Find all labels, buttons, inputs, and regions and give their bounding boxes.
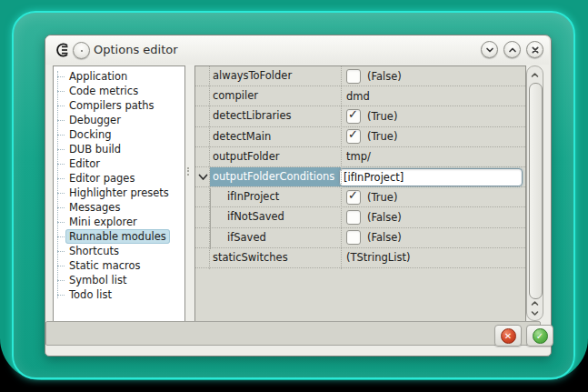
value-editbox[interactable]: [ifInProject] bbox=[339, 168, 523, 186]
grid-column-separator bbox=[341, 66, 342, 269]
cancel-button[interactable]: ✕ bbox=[494, 325, 522, 347]
value-label: (TStringList) bbox=[346, 251, 410, 264]
sidebar-item-label: Symbol list bbox=[65, 273, 130, 287]
chevron-up-icon bbox=[508, 45, 517, 55]
sidebar-item-debugger[interactable]: Debugger bbox=[54, 113, 184, 127]
sidebar-item-code-metrics[interactable]: Code metrics bbox=[54, 84, 184, 98]
options-editor-window: Options editor ApplicationCode metricsCo… bbox=[45, 35, 552, 357]
close-button[interactable] bbox=[526, 41, 543, 58]
sidebar-item-docking[interactable]: Docking bbox=[54, 127, 184, 142]
sidebar-item-label: Debugger bbox=[65, 113, 125, 127]
sidebar-item-label: DUB build bbox=[65, 142, 125, 156]
grid-scrollbar[interactable] bbox=[526, 65, 543, 321]
value-label: dmd bbox=[346, 90, 370, 103]
sidebar-item-label: Code metrics bbox=[65, 84, 142, 98]
table-row[interactable]: ifInProject (True) bbox=[195, 187, 525, 207]
child-group-line bbox=[210, 188, 211, 249]
checkbox[interactable] bbox=[346, 210, 361, 225]
table-row[interactable]: alwaysToFolder (False) bbox=[195, 66, 525, 86]
sidebar-item-todo-list[interactable]: Todo list bbox=[54, 287, 184, 302]
sidebar-item-messages[interactable]: Messages bbox=[54, 200, 184, 215]
sidebar-item-label: Runnable modules bbox=[65, 229, 170, 244]
sidebar-item-application[interactable]: Application bbox=[54, 69, 184, 84]
sidebar-item-compilers-paths[interactable]: Compilers paths bbox=[54, 98, 184, 113]
property-value[interactable]: (False) bbox=[341, 207, 525, 226]
sidebar-item-static-macros[interactable]: Static macros bbox=[54, 258, 184, 273]
property-grid: alwaysToFolder (False) compiler dmd dete… bbox=[194, 65, 526, 323]
table-row[interactable]: staticSwitches (TStringList) bbox=[195, 248, 525, 268]
checkbox[interactable] bbox=[346, 69, 361, 84]
titlebar[interactable]: Options editor bbox=[45, 35, 549, 65]
accept-button[interactable]: ✓ bbox=[526, 325, 553, 347]
property-name[interactable]: compiler bbox=[210, 86, 341, 106]
property-name[interactable]: outputFolderConditions bbox=[210, 167, 341, 186]
property-name[interactable]: ifSaved bbox=[210, 228, 341, 247]
panel-splitter[interactable] bbox=[184, 65, 194, 321]
value-label: (False) bbox=[367, 70, 402, 83]
property-value[interactable]: [ifInProject] bbox=[341, 167, 525, 186]
menu-dot-icon bbox=[81, 50, 83, 52]
table-row[interactable]: ifSaved (False) bbox=[195, 228, 525, 248]
sidebar-list: ApplicationCode metricsCompilers pathsDe… bbox=[54, 69, 184, 302]
sidebar-item-label: Shortcuts bbox=[65, 244, 123, 258]
sidebar-item-label: Mini explorer bbox=[65, 215, 141, 229]
property-name[interactable]: detectLibraries bbox=[210, 106, 341, 126]
checkbox[interactable] bbox=[346, 190, 361, 205]
property-name[interactable]: alwaysToFolder bbox=[210, 66, 341, 85]
sidebar-item-label: Static macros bbox=[65, 258, 145, 273]
table-row[interactable]: detectLibraries (True) bbox=[195, 106, 525, 126]
sidebar-item-editor-pages[interactable]: Editor pages bbox=[54, 171, 184, 186]
sidebar-item-editor[interactable]: Editor bbox=[54, 156, 184, 171]
scrollbar-thumb[interactable] bbox=[529, 83, 543, 299]
property-name[interactable]: staticSwitches bbox=[210, 248, 341, 267]
property-name[interactable]: ifNotSaved bbox=[210, 207, 341, 226]
property-name[interactable]: ifInProject bbox=[210, 187, 341, 206]
app-logo-icon bbox=[55, 42, 71, 58]
sidebar-item-label: Editor pages bbox=[65, 171, 138, 186]
property-value[interactable]: tmp/ bbox=[341, 147, 525, 166]
scroll-down-icon[interactable] bbox=[531, 310, 539, 317]
property-name[interactable]: detectMain bbox=[210, 127, 341, 146]
property-value[interactable]: (True) bbox=[341, 106, 525, 126]
sidebar-item-dub-build[interactable]: DUB build bbox=[54, 142, 184, 156]
screenshot-root: Options editor ApplicationCode metricsCo… bbox=[0, 0, 588, 392]
accept-check-icon: ✓ bbox=[533, 328, 548, 344]
value-label: (False) bbox=[367, 211, 402, 224]
value-label: (True) bbox=[367, 191, 397, 204]
sidebar-item-label: Editor bbox=[65, 156, 104, 171]
sidebar-item-runnable-modules[interactable]: Runnable modules bbox=[54, 229, 184, 244]
checkbox[interactable] bbox=[346, 129, 361, 144]
property-value[interactable]: (TStringList) bbox=[341, 248, 525, 267]
table-row[interactable]: compiler dmd bbox=[195, 86, 525, 106]
sidebar-item-label: Application bbox=[65, 69, 131, 84]
property-value[interactable]: (False) bbox=[341, 66, 525, 85]
table-row[interactable]: ifNotSaved (False) bbox=[195, 207, 525, 227]
window-menu-button[interactable] bbox=[73, 42, 90, 59]
sidebar-item-label: Compilers paths bbox=[65, 98, 158, 113]
sidebar-item-mini-explorer[interactable]: Mini explorer bbox=[54, 215, 184, 229]
scroll-up-icon[interactable] bbox=[531, 72, 539, 78]
sidebar-item-label: Highlighter presets bbox=[65, 186, 173, 200]
property-value[interactable]: (False) bbox=[341, 228, 525, 247]
property-value[interactable]: (True) bbox=[341, 127, 525, 146]
minimize-button[interactable] bbox=[481, 41, 498, 58]
property-name[interactable]: outputFolder bbox=[210, 147, 341, 166]
sidebar-item-shortcuts[interactable]: Shortcuts bbox=[54, 244, 184, 258]
table-row[interactable]: outputFolderConditions [ifInProject] bbox=[195, 167, 525, 187]
sidebar-item-highlighter-presets[interactable]: Highlighter presets bbox=[54, 186, 184, 200]
table-row[interactable]: detectMain (True) bbox=[195, 127, 525, 147]
table-row[interactable]: outputFolder tmp/ bbox=[195, 147, 525, 167]
chevron-down-icon bbox=[485, 45, 494, 55]
property-value[interactable]: (True) bbox=[341, 187, 525, 206]
sidebar-item-symbol-list[interactable]: Symbol list bbox=[54, 273, 184, 287]
property-value[interactable]: dmd bbox=[341, 86, 525, 106]
splitter-grip-icon bbox=[187, 167, 192, 176]
checkbox[interactable] bbox=[346, 230, 361, 245]
checkbox[interactable] bbox=[346, 109, 361, 124]
row-gutter bbox=[195, 174, 210, 181]
maximize-button[interactable] bbox=[503, 41, 521, 58]
sidebar-item-label: Docking bbox=[65, 127, 115, 142]
value-label: (False) bbox=[367, 231, 402, 244]
scroll-up-icon[interactable] bbox=[531, 300, 539, 307]
expander-icon[interactable] bbox=[198, 174, 208, 181]
